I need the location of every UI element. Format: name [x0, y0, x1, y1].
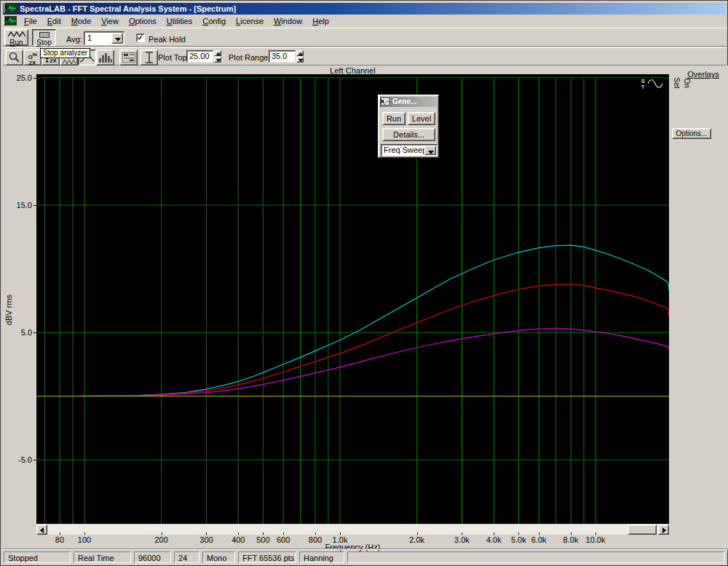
display-options-icon: [122, 52, 135, 63]
close-button[interactable]: ×: [4, 3, 5, 13]
x-tick-mark: [283, 533, 284, 535]
plot-top-value: 25.00: [189, 52, 210, 60]
menu-item-mode[interactable]: Mode: [66, 15, 97, 28]
bar-display-icon: [98, 52, 113, 63]
generator-mode-value: Freq Sweep: [384, 146, 426, 154]
marker-ibeam-icon: [144, 52, 154, 63]
status-bar: StoppedReal Time96000 Hz24 BitMonoFFT 65…: [1, 549, 728, 565]
status-panels: StoppedReal Time96000 Hz24 BitMonoFFT 65…: [1, 551, 728, 563]
generator-details-button[interactable]: Details...: [382, 128, 435, 141]
x-tick-mark: [263, 533, 264, 535]
plot-top-spinner[interactable]: [214, 50, 221, 63]
generator-close-button[interactable]: ×: [379, 97, 381, 107]
generator-dialog-titlebar[interactable]: Gene... ×: [380, 97, 437, 107]
spin-up-icon[interactable]: [296, 50, 304, 56]
menu-item-help[interactable]: Help: [307, 15, 334, 28]
display-options-button[interactable]: [119, 49, 138, 65]
pan-wave-icon: [63, 59, 76, 65]
x-tick-mark: [462, 533, 462, 535]
x-tick-mark: [162, 533, 162, 535]
x-axis: 801002003004005006008001.0k2.0k3.0k4.0k5…: [1, 65, 728, 549]
spin-down-icon[interactable]: [296, 57, 304, 63]
generator-mode-dropdown-icon[interactable]: [424, 146, 436, 155]
plot-range-field[interactable]: 35.0: [269, 50, 296, 63]
generator-dialog-title: Gene...: [392, 97, 416, 107]
menu-item-edit[interactable]: Edit: [42, 15, 66, 28]
overlays-title: Overlays: [680, 70, 727, 79]
plot-range-label: Plot Range:: [229, 51, 270, 64]
overlays-panel: Overlays Set On 1✓Overlay 12✓Overlay 23O…: [671, 65, 728, 549]
stop-button-label: Stop: [33, 39, 55, 46]
zoom-in-2x-button[interactable]: OIN 2X: [23, 49, 41, 65]
check-icon: ✓: [138, 33, 143, 41]
overlays-set-label: Set: [673, 78, 681, 94]
run-button-label: Run: [5, 39, 28, 46]
peak-hold-checkbox[interactable]: ✓: [136, 33, 145, 42]
zoom-out-2x-icon: ↧2X: [42, 58, 59, 64]
stop-button[interactable]: Stop: [32, 29, 56, 46]
generator-run-label: Run: [387, 114, 401, 123]
toolbar-plot: OIN 2X ↧2X Plot Top: 25.00 Plot Range: 3…: [3, 47, 727, 65]
avg-label: Avg:: [66, 33, 82, 46]
x-tick-mark: [494, 533, 494, 535]
generator-run-button[interactable]: Run: [382, 112, 405, 125]
spin-down-icon[interactable]: [214, 57, 221, 63]
magnifier-button[interactable]: [5, 49, 23, 65]
zoom-in-2x-icon: OIN: [24, 52, 41, 60]
avg-combobox[interactable]: 1: [84, 31, 124, 45]
stop-analyzer-tooltip: Stop analyzer: [40, 48, 90, 58]
status-panel-empty: [347, 551, 724, 563]
generator-level-button[interactable]: Level: [408, 112, 435, 125]
menu-items: FileEditModeViewOptionsUtilitiesConfigLi…: [19, 15, 334, 28]
menu-item-options[interactable]: Options: [124, 15, 162, 28]
status-panel-5: FFT 65536 pts: [238, 551, 296, 563]
status-panel-6: Hanning: [299, 551, 344, 563]
menu-item-file[interactable]: File: [19, 15, 42, 28]
plot-top-field[interactable]: 25.00: [186, 50, 213, 63]
menu-item-license[interactable]: License: [231, 15, 269, 28]
overlays-on-label: On: [683, 79, 691, 93]
plot-range-value: 35.0: [272, 52, 287, 60]
generator-level-label: Level: [412, 114, 431, 123]
status-panel-3: 24 Bit: [174, 551, 199, 563]
window-title: SpectraLAB - FFT Spectral Analysis Syste…: [20, 3, 236, 15]
x-tick-mark: [571, 533, 571, 535]
generator-details-label: Details...: [393, 130, 424, 139]
status-panel-1: Real Time: [74, 551, 131, 563]
avg-dropdown-arrow-icon[interactable]: [111, 33, 123, 44]
peak-hold-label: Peak Hold: [149, 33, 186, 46]
child-close-button[interactable]: ×: [4, 15, 5, 25]
x-tick-mark: [206, 533, 207, 535]
overlays-options-button[interactable]: Options...: [672, 128, 711, 139]
x-tick-mark: [238, 533, 239, 535]
overlays-options-label: Options...: [676, 129, 708, 137]
avg-value: 1: [87, 33, 92, 42]
menu-item-view[interactable]: View: [96, 15, 124, 28]
menu-item-window[interactable]: Window: [269, 15, 307, 28]
menu-item-utilities[interactable]: Utilities: [162, 15, 197, 28]
status-panel-0: Stopped: [4, 551, 71, 563]
magnifier-icon: [8, 52, 21, 63]
toolbar-main: Run Stop Avg: 1 ✓ Peak Hold: [3, 28, 727, 47]
menu-bar: FileEditModeViewOptionsUtilitiesConfigLi…: [3, 15, 727, 28]
plot-range-spinner[interactable]: [296, 50, 304, 63]
x-tick-mark: [84, 533, 85, 535]
generator-mode-combobox[interactable]: Freq Sweep: [381, 144, 438, 156]
run-button[interactable]: Run: [4, 29, 28, 46]
bar-display-button[interactable]: [96, 49, 114, 65]
x-tick-mark: [60, 533, 60, 535]
x-tick-mark: [518, 533, 519, 535]
spin-up-icon[interactable]: [214, 50, 221, 56]
x-tick-mark: [539, 533, 539, 535]
plot-top-label: Plot Top:: [158, 51, 189, 64]
run-wave-icon: [8, 31, 25, 38]
x-tick-mark: [596, 533, 596, 535]
generator-dialog[interactable]: Gene... × Run Level Details... Freq Swee…: [378, 95, 439, 158]
status-panel-2: 96000 Hz: [134, 551, 171, 563]
stop-square-icon: [39, 32, 50, 38]
menu-item-config[interactable]: Config: [197, 15, 231, 28]
marker-ibeam-button[interactable]: [140, 49, 158, 65]
x-tick-mark: [417, 533, 418, 535]
title-bar[interactable]: SpectraLAB - FFT Spectral Analysis Syste…: [3, 3, 727, 15]
x-tick-mark: [340, 533, 341, 535]
